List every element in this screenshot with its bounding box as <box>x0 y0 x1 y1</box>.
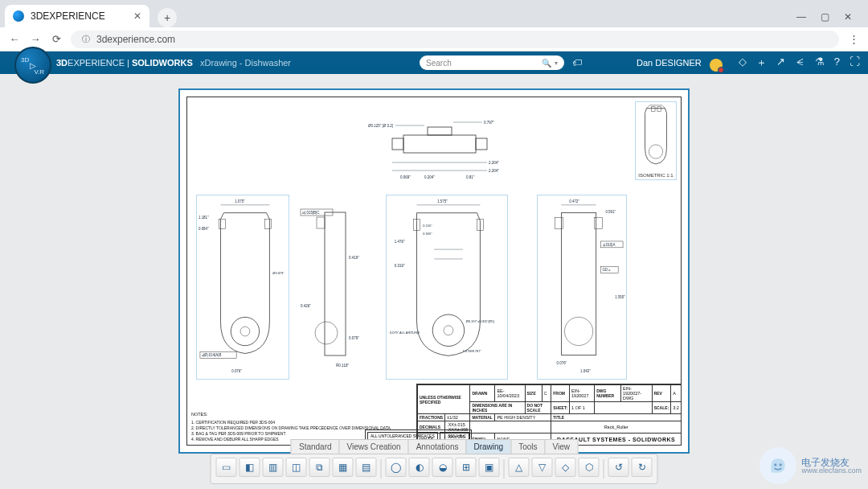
svg-text:0.797": 0.797" <box>484 121 494 125</box>
tool-button-19[interactable]: ↺ <box>608 458 629 477</box>
cmd-tab-tools[interactable]: Tools <box>510 439 545 454</box>
svg-text:0.079": 0.079" <box>349 336 359 340</box>
network-icon[interactable]: ⪪ <box>795 55 805 70</box>
tool-button-6[interactable]: ▤ <box>356 458 377 477</box>
browser-addressbar: ← → ⟳ ⓘ 3dexperience.com ⋮ <box>0 27 868 51</box>
svg-text:0.419": 0.419" <box>349 256 359 260</box>
svg-point-41 <box>432 314 464 346</box>
svg-text:0.079" ALL AROUND: 0.079" ALL AROUND <box>390 331 420 335</box>
svg-text:1.0 REF.787": 1.0 REF.787" <box>463 349 482 353</box>
app-header: 3D ▷ V.R 3DEXPERIENCE | SOLIDWORKS xDraw… <box>0 51 868 74</box>
fullscreen-icon[interactable]: ⛶ <box>850 55 860 70</box>
user-name[interactable]: Dan DESIGNER <box>637 58 702 68</box>
svg-text:0.069": 0.069" <box>400 175 411 179</box>
window-minimize-icon[interactable]: — <box>796 11 806 23</box>
compass-button[interactable]: 3D ▷ V.R <box>14 47 51 84</box>
help-icon[interactable]: ? <box>834 55 840 70</box>
tool-button-16[interactable]: ◇ <box>555 458 576 477</box>
tool-button-1[interactable]: ◧ <box>240 458 260 477</box>
flask-icon[interactable]: ⚗ <box>815 55 825 70</box>
search-placeholder: Search <box>426 59 452 68</box>
tool-button-20[interactable]: ↻ <box>632 458 653 477</box>
svg-text:1.550": 1.550" <box>615 295 625 299</box>
svg-text:0.076": 0.076" <box>557 361 567 365</box>
svg-text:Ø0.125" [Ø 3.2]: Ø0.125" [Ø 3.2] <box>368 124 393 128</box>
svg-point-2 <box>649 145 662 158</box>
cmd-tab-drawing[interactable]: Drawing <box>465 439 511 454</box>
command-bar: StandardViews CreationAnnotationsDrawing… <box>211 439 658 484</box>
svg-rect-4 <box>392 138 403 150</box>
svg-text:⌀|.010|A: ⌀|.010|A <box>603 243 616 247</box>
address-field[interactable]: ⓘ 3dexperience.com <box>71 31 839 48</box>
cmd-tab-views-creation[interactable]: Views Creation <box>339 439 409 454</box>
svg-text:0.159": 0.159" <box>423 224 432 228</box>
svg-rect-55 <box>555 218 563 229</box>
watermark: 电子发烧友 www.elecfans.com <box>760 447 862 484</box>
svg-point-20 <box>231 317 259 345</box>
url-text: 3dexperience.com <box>96 34 175 45</box>
svg-text:1.476": 1.476" <box>395 240 405 244</box>
tool-button-9[interactable]: ◐ <box>409 458 430 477</box>
watermark-icon <box>760 447 796 484</box>
window-close-icon[interactable]: ✕ <box>844 11 852 23</box>
svg-rect-5 <box>476 138 487 150</box>
tool-button-14[interactable]: △ <box>509 458 530 477</box>
svg-text:0.076": 0.076" <box>231 369 242 373</box>
share-icon[interactable]: ↗ <box>776 55 785 70</box>
svg-text:GD ⌀: GD ⌀ <box>603 268 612 272</box>
view-top[interactable]: 0.797" Ø0.125" [Ø 3.2] 2.204" 2.204" 0.8… <box>347 106 518 183</box>
svg-text:0.319": 0.319" <box>395 264 405 268</box>
command-tool-row: ▭◧▥◫⧉▦▤◯◐◒⊞▣△▽◇⬡↺↻ <box>211 454 658 484</box>
tool-button-4[interactable]: ⧉ <box>309 458 330 477</box>
window-maximize-icon[interactable]: ▢ <box>821 11 829 23</box>
add-icon[interactable]: ＋ <box>756 55 767 70</box>
separator <box>381 459 382 479</box>
svg-rect-6 <box>428 127 452 135</box>
cmd-tab-view[interactable]: View <box>545 439 579 454</box>
watermark-url: www.elecfans.com <box>801 467 862 475</box>
svg-rect-18 <box>219 219 226 228</box>
tool-button-11[interactable]: ⊞ <box>456 458 477 477</box>
avatar[interactable] <box>710 59 723 72</box>
svg-text:Ø0.079": Ø0.079" <box>272 271 285 275</box>
tool-button-5[interactable]: ▦ <box>333 458 354 477</box>
view-front-left[interactable]: 1.075" 1.181" 0.084" Ø0.079" ⌀|Ø|.014|A|… <box>196 195 289 380</box>
tool-button-8[interactable]: ◯ <box>386 458 407 477</box>
view-section[interactable]: 1.575" 1.476" 0.319" 0.959" 0.159" 0.079… <box>386 195 508 380</box>
chevron-down-icon: ▾ <box>555 60 558 67</box>
svg-text:0.426": 0.426" <box>301 304 311 308</box>
browser-tab[interactable]: 3DEXPERIENCE ✕ <box>5 5 149 27</box>
new-tab-button[interactable]: + <box>158 8 177 27</box>
tool-button-0[interactable]: ▭ <box>216 458 237 477</box>
workspace[interactable]: ISOMETRIC 1:1 0.797" Ø0.125" [Ø 3.2] 2.2… <box>0 74 868 489</box>
svg-text:0.81": 0.81" <box>466 175 475 179</box>
svg-rect-31 <box>317 217 325 228</box>
close-icon[interactable]: ✕ <box>133 10 141 22</box>
drawing-sheet[interactable]: ISOMETRIC 1:1 0.797" Ø0.125" [Ø 3.2] 2.2… <box>178 88 690 454</box>
tool-button-12[interactable]: ▣ <box>479 458 500 477</box>
svg-point-57 <box>564 317 592 345</box>
browser-menu-icon[interactable]: ⋮ <box>847 33 860 45</box>
svg-text:0.591": 0.591" <box>605 210 616 214</box>
tool-button-17[interactable]: ⬡ <box>579 458 600 477</box>
tag-icon[interactable]: 🏷 <box>572 57 582 68</box>
tool-button-15[interactable]: ▽ <box>532 458 553 477</box>
svg-rect-54 <box>561 213 596 355</box>
compass-vr-label: V.R <box>34 68 44 76</box>
tool-button-2[interactable]: ▥ <box>263 458 284 477</box>
view-right[interactable]: 0.472" 0.591" ⌀|.010|A GD ⌀ 1.550" 0.076… <box>537 195 627 380</box>
drawing-notes: NOTES: 1. CERTIFICATION REQUIRED PER 3DS… <box>191 412 391 442</box>
svg-point-21 <box>240 327 250 336</box>
tool-button-3[interactable]: ◫ <box>286 458 307 477</box>
nav-reload-icon[interactable]: ⟳ <box>50 33 63 45</box>
nav-back-icon[interactable]: ← <box>8 33 21 45</box>
view-isometric[interactable]: ISOMETRIC 1:1 <box>635 101 677 180</box>
cmd-tab-standard[interactable]: Standard <box>291 439 340 454</box>
notification-icon[interactable]: ◇ <box>739 55 747 70</box>
search-input[interactable]: Search 🔍 ▾ <box>420 55 564 70</box>
view-side[interactable]: ⌀|.015|B|C 0.426" R0.118" 0.079" 0.419" <box>297 195 368 380</box>
cmd-tab-annotations[interactable]: Annotations <box>408 439 467 454</box>
compass-3d-label: 3D <box>21 56 29 64</box>
tool-button-10[interactable]: ◒ <box>432 458 453 477</box>
nav-forward-icon[interactable]: → <box>29 33 42 45</box>
